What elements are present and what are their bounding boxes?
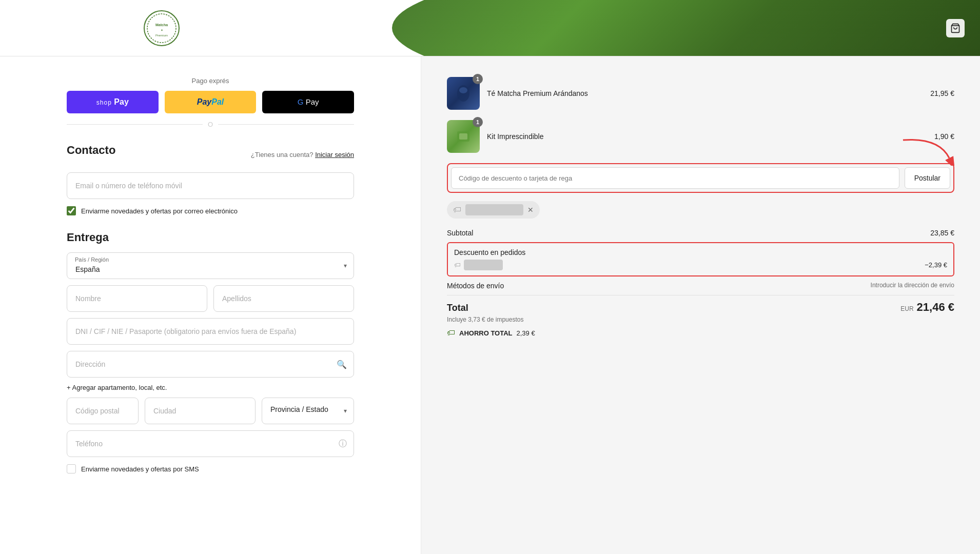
left-panel: Pago exprés shop Pay PayPal G Pay — [0, 56, 421, 554]
total-value: 21,46 € — [917, 301, 954, 314]
coupon-tag: 🏷 ✕ — [447, 201, 540, 219]
contact-header: Contacto ¿Tienes una cuenta? Iniciar ses… — [67, 144, 354, 165]
svg-rect-8 — [459, 133, 467, 140]
sms-label: Enviarme novedades y ofertas por SMS — [81, 465, 199, 473]
total-value-wrap: EUR 21,46 € — [900, 301, 954, 314]
sms-row: Enviarme novedades y ofertas por SMS — [67, 464, 354, 473]
search-icon: 🔍 — [337, 360, 347, 369]
sms-checkbox[interactable] — [67, 464, 76, 473]
subtotal-label: Subtotal — [447, 229, 473, 237]
savings-row: 🏷 AHORRO TOTAL 2,39 € — [447, 328, 954, 338]
discount-pill — [464, 260, 503, 270]
login-link[interactable]: Iniciar sesión — [315, 151, 354, 159]
delivery-title: Entrega — [67, 231, 354, 244]
telefono-input[interactable] — [67, 430, 354, 457]
coupon-remove-button[interactable]: ✕ — [527, 206, 534, 214]
item-image-wrap-1: 1 — [447, 77, 480, 110]
shop-pay-label: shop Pay — [96, 97, 129, 107]
header-background — [392, 0, 980, 56]
express-title: Pago exprés — [67, 77, 354, 85]
header: Matcha ✦ Premium — [0, 0, 980, 56]
apellidos-input[interactable] — [213, 285, 354, 312]
gpay-label: G Pay — [298, 97, 319, 107]
total-currency: EUR — [900, 305, 913, 312]
savings-icon: 🏷 — [447, 328, 455, 338]
discount-code-container: Postular — [447, 163, 954, 193]
subtotal-row: Subtotal 23,85 € — [447, 229, 954, 237]
svg-point-6 — [459, 87, 467, 93]
dni-input[interactable] — [67, 318, 354, 345]
paypal-label: PayPal — [197, 97, 224, 107]
order-item-1: 1 Té Matcha Premium Arándanos 21,95 € — [447, 77, 954, 110]
discount-tag-inner: 🏷 — [454, 260, 503, 270]
direccion-wrap: 🔍 — [67, 351, 354, 378]
ciudad-input[interactable] — [145, 398, 256, 424]
country-select-wrap: País / Región España ▾ — [67, 252, 354, 279]
contact-section: Contacto ¿Tienes una cuenta? Iniciar ses… — [67, 144, 354, 215]
item-name-2: Kit Imprescindible — [487, 132, 927, 141]
main-layout: Pago exprés shop Pay PayPal G Pay — [0, 56, 980, 554]
shop-pay-button[interactable]: shop Pay — [67, 91, 159, 113]
paypal-button[interactable]: PayPal — [165, 91, 257, 113]
savings-value: 2,39 € — [517, 329, 535, 337]
shipping-hint: Introducir la dirección de envío — [871, 282, 954, 290]
item-badge-2: 1 — [473, 117, 483, 127]
subtotal-value: 23,85 € — [930, 229, 954, 237]
item-price-1: 21,95 € — [930, 89, 954, 97]
discount-input[interactable] — [451, 167, 899, 189]
newsletter-checkbox[interactable] — [67, 206, 76, 215]
svg-point-0 — [147, 14, 176, 43]
city-wrap — [145, 398, 256, 424]
country-select[interactable]: España — [67, 252, 354, 279]
postular-button[interactable]: Postular — [905, 167, 950, 189]
svg-text:Matcha: Matcha — [155, 23, 168, 27]
country-label: País / Región — [75, 256, 109, 263]
discount-code-section: Postular — [447, 163, 954, 193]
newsletter-row: Enviarme novedades y ofertas por correo … — [67, 206, 354, 215]
gpay-button[interactable]: G Pay — [262, 91, 354, 113]
coupon-icon: 🏷 — [453, 205, 461, 214]
shipping-label: Métodos de envío — [447, 282, 504, 290]
provincia-select-wrap: Provincia / Estado ▾ — [262, 398, 354, 424]
discount-amount: −2,39 € — [925, 261, 947, 269]
postal-wrap — [67, 398, 139, 424]
login-prompt: ¿Tienes una cuenta? Iniciar sesión — [251, 151, 354, 159]
newsletter-label: Enviarme novedades y ofertas por correo … — [81, 207, 238, 215]
express-payment-section: Pago exprés shop Pay PayPal G Pay — [67, 77, 354, 128]
provincia-select[interactable]: Provincia / Estado — [262, 398, 354, 424]
tax-text: Incluye 3,73 € de impuestos — [447, 316, 954, 323]
pay-buttons: shop Pay PayPal G Pay — [67, 91, 354, 113]
item-name-1: Té Matcha Premium Arándanos — [487, 89, 923, 97]
coupon-code — [465, 204, 523, 215]
total-label: Total — [447, 303, 468, 313]
contact-title: Contacto — [67, 144, 115, 157]
right-panel: 1 Té Matcha Premium Arándanos 21,95 € 1 … — [421, 56, 980, 554]
shipping-row: Métodos de envío Introducir la dirección… — [447, 282, 954, 290]
postal-row: Provincia / Estado ▾ — [67, 398, 354, 424]
province-wrap: Provincia / Estado ▾ — [262, 398, 354, 424]
telefono-wrap: ⓘ — [67, 430, 354, 457]
discount-block-title: Descuento en pedidos — [454, 248, 947, 256]
name-row — [67, 285, 354, 312]
discount-tag-icon: 🏷 — [454, 261, 461, 269]
logo: Matcha ✦ Premium — [144, 10, 180, 46]
add-apartment-link[interactable]: + Agregar apartamento, local, etc. — [67, 384, 354, 391]
nombre-input[interactable] — [67, 285, 207, 312]
divider-text: O — [208, 121, 213, 128]
delivery-section: Entrega País / Región España ▾ 🔍 + Agreg… — [67, 231, 354, 473]
cart-button[interactable] — [946, 19, 965, 37]
help-icon: ⓘ — [339, 439, 347, 449]
divider: O — [67, 121, 354, 128]
email-phone-input[interactable] — [67, 172, 354, 199]
direccion-input[interactable] — [67, 351, 354, 378]
discount-block: Descuento en pedidos 🏷 −2,39 € — [447, 242, 954, 276]
svg-text:Premium: Premium — [155, 34, 168, 37]
svg-text:✦: ✦ — [161, 29, 163, 32]
item-badge-1: 1 — [473, 74, 483, 84]
total-row: Total EUR 21,46 € — [447, 295, 954, 314]
item-image-wrap-2: 1 — [447, 120, 480, 153]
logo-area: Matcha ✦ Premium — [0, 10, 180, 46]
savings-label: AHORRO TOTAL — [459, 329, 513, 337]
item-price-2: 1,90 € — [934, 132, 954, 141]
codigo-postal-input[interactable] — [67, 398, 139, 424]
